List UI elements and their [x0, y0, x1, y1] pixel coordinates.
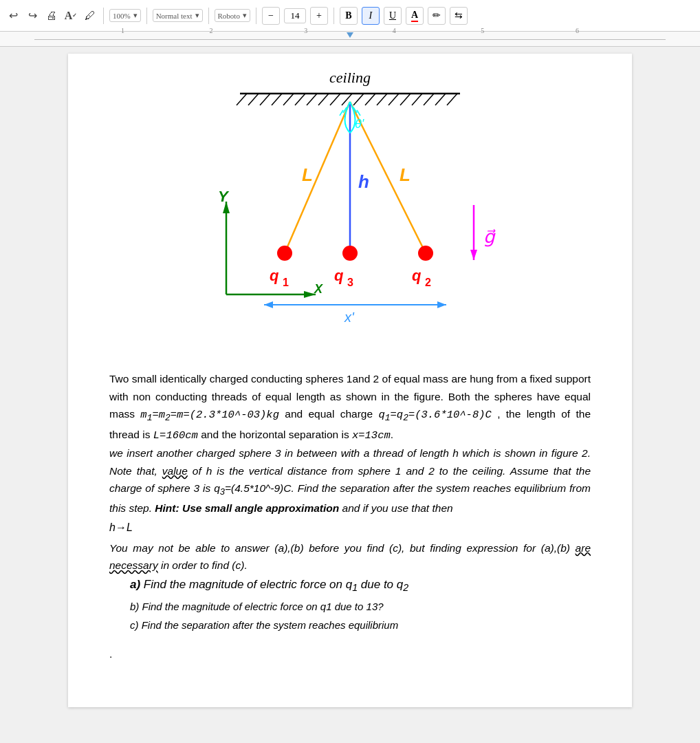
paragraph-2: we insert another charged sphere 3 in be… — [109, 444, 591, 517]
svg-line-2 — [237, 94, 247, 105]
redo-icon[interactable]: ↪ — [25, 8, 40, 23]
svg-line-16 — [400, 94, 411, 105]
svg-text:Y: Y — [218, 188, 230, 205]
zoom-value: 100% — [113, 12, 131, 20]
para3-text: You may not be able to answer (a),(b) be… — [109, 542, 591, 572]
spellcheck-icon[interactable]: A✓ — [63, 8, 78, 23]
svg-text:L: L — [302, 164, 313, 185]
svg-line-13 — [365, 94, 375, 105]
style-select[interactable]: Normal text ▾ — [153, 9, 203, 22]
svg-line-28 — [340, 110, 343, 116]
paragraph-3: You may not be able to answer (a),(b) be… — [109, 539, 591, 574]
highlight-button[interactable]: ✏ — [428, 7, 446, 25]
style-chevron: ▾ — [195, 11, 199, 20]
list-item-b: b) Find the magnitude of electric force … — [130, 597, 591, 616]
para1b-text: and equal charge — [279, 408, 378, 420]
svg-text:h: h — [358, 171, 369, 192]
toolbar: ↩ ↪ 🖨 A✓ 🖊 100% ▾ Normal text ▾ Roboto ▾… — [0, 0, 700, 32]
svg-line-20 — [447, 94, 457, 105]
end-dot: . — [109, 645, 591, 663]
svg-point-32 — [277, 246, 292, 261]
item-b-text: b) Find the magnitude of electric force … — [130, 601, 384, 612]
style-value: Normal text — [156, 12, 193, 20]
svg-line-12 — [353, 94, 364, 105]
svg-text:θ': θ' — [355, 117, 364, 131]
zoom-chevron: ▾ — [133, 11, 138, 20]
svg-text:q: q — [334, 267, 344, 284]
font-value: Roboto — [218, 12, 240, 20]
ruler-mark-1: 1 — [121, 27, 124, 34]
h-arrow-text: h→L — [109, 521, 133, 533]
hint-cont: and if you use that then — [339, 502, 452, 514]
svg-text:q: q — [270, 267, 279, 284]
svg-text:2: 2 — [425, 277, 431, 288]
problem-text: Two small identically charged conducting… — [109, 370, 591, 663]
svg-line-5 — [272, 94, 282, 105]
svg-line-6 — [283, 94, 294, 105]
mass-formula: m1=m2=m=(2.3*10^-03)kg — [140, 409, 279, 421]
svg-line-14 — [377, 94, 387, 105]
item-c-text: c) Find the separation after the system … — [130, 619, 398, 631]
ruler-mark-4: 4 — [393, 27, 396, 34]
physics-diagram: ceiling — [157, 67, 543, 356]
svg-text:3: 3 — [347, 277, 353, 288]
separator3 — [208, 8, 209, 24]
svg-line-4 — [260, 94, 270, 105]
hint-text: Hint: Use small angle approximation — [155, 502, 339, 514]
undo-icon[interactable]: ↩ — [6, 8, 21, 23]
svg-line-3 — [248, 94, 259, 105]
svg-marker-42 — [264, 301, 273, 308]
more-button[interactable]: ⇆ — [450, 7, 468, 25]
paragraph-1: Two small identically charged conducting… — [109, 370, 591, 444]
font-chevron: ▾ — [243, 11, 247, 20]
font-select[interactable]: Roboto ▾ — [215, 9, 250, 22]
svg-text:x': x' — [344, 310, 355, 325]
para1e-text: . — [391, 429, 393, 440]
ruler-mark-6: 6 — [576, 27, 579, 34]
svg-point-34 — [418, 246, 433, 261]
ruler-indicator — [347, 32, 353, 38]
svg-line-10 — [330, 94, 340, 105]
list-item-a: a) Find the magnitude of electric force … — [130, 574, 591, 597]
svg-marker-43 — [437, 301, 446, 308]
svg-line-9 — [318, 94, 329, 105]
italic-button[interactable]: I — [362, 7, 380, 25]
sep-formula: x=13cm — [352, 429, 391, 442]
ruler: 1 2 3 4 5 6 — [0, 32, 700, 47]
svg-line-7 — [295, 94, 305, 105]
svg-line-18 — [424, 94, 434, 105]
svg-line-8 — [307, 94, 317, 105]
svg-text:X: X — [314, 282, 323, 296]
list-item-c: c) Find the separation after the system … — [130, 616, 591, 634]
separator4 — [256, 8, 256, 24]
underline-button[interactable]: U — [384, 7, 402, 25]
ruler-mark-2: 2 — [210, 27, 213, 34]
separator5 — [333, 8, 334, 24]
ruler-mark-5: 5 — [481, 27, 484, 34]
bold-button[interactable]: B — [340, 7, 358, 25]
svg-line-15 — [389, 94, 399, 105]
svg-line-17 — [412, 94, 422, 105]
print-icon[interactable]: 🖨 — [44, 8, 59, 23]
svg-marker-52 — [470, 250, 477, 260]
charge-formula: q1=q2=(3.6*10^-8)C — [378, 409, 491, 421]
font-decrease-button[interactable]: − — [262, 7, 280, 25]
paint-icon[interactable]: 🖊 — [83, 8, 98, 23]
svg-text:ceiling: ceiling — [329, 69, 371, 86]
separator — [103, 8, 104, 24]
svg-text:L: L — [400, 164, 411, 185]
item-a-text: a) Find the magnitude of electric force … — [130, 578, 408, 591]
font-increase-button[interactable]: + — [310, 7, 328, 25]
svg-line-21 — [285, 102, 350, 253]
para1d-text: and the horizontal separation is — [198, 429, 352, 440]
zoom-select[interactable]: 100% ▾ — [109, 9, 141, 22]
document-page: ceiling — [68, 54, 632, 707]
font-color-button[interactable]: A — [406, 7, 424, 25]
font-size-value[interactable]: 14 — [284, 8, 306, 23]
diagram: ceiling — [109, 67, 591, 356]
length-formula: L=160cm — [153, 429, 198, 442]
svg-text:q: q — [412, 267, 422, 284]
svg-text:1: 1 — [283, 277, 289, 288]
svg-line-19 — [435, 94, 446, 105]
separator2 — [146, 8, 147, 24]
